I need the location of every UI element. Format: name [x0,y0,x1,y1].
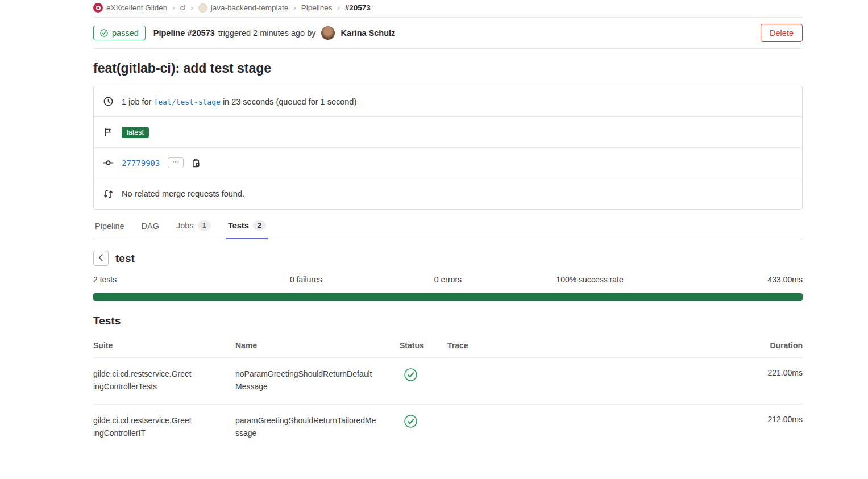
tests-table: Suite Name Status Trace Duration gilde.c… [93,333,803,451]
pipeline-page: eXXcellent Gilden › ci › java-backend-te… [93,0,803,451]
col-header-duration: Duration [729,341,803,350]
stat-errors: 0 errors [377,275,519,284]
back-button[interactable] [93,251,109,266]
tab-pipeline[interactable]: Pipeline [93,217,126,239]
success-progress-fill [93,293,803,301]
tab-tests[interactable]: Tests 2 [226,216,268,239]
table-row[interactable]: gilde.ci.cd.restservice.GreetingControll… [93,358,803,405]
flag-icon [102,128,114,137]
job-suffix: in 23 seconds (queued for 1 second) [223,97,356,106]
stat-success-rate: 100% success rate [519,275,661,284]
status-badge-label: passed [112,28,139,38]
page-title: feat(gitlab-ci): add test stage [93,61,803,76]
tab-jobs-label: Jobs [176,221,194,230]
col-header-trace: Trace [447,341,729,350]
pipeline-id: Pipeline #20573 [153,28,215,38]
breadcrumb-pipeline-id: #20573 [345,3,371,12]
stat-total-tests: 2 tests [93,275,235,284]
col-header-suite: Suite [93,341,235,350]
test-status-cell [400,415,447,430]
check-circle-icon [100,29,108,37]
no-merge-requests-text: No related merge requests found. [122,189,244,198]
commit-icon [102,157,114,168]
table-header-row: Suite Name Status Trace Duration [93,333,803,358]
status-badge[interactable]: passed [93,26,146,40]
test-duration: 212.00ms [729,415,803,424]
tests-count-badge: 2 [253,220,266,231]
chevron-right-icon: › [337,3,339,12]
test-duration: 221.00ms [729,368,803,377]
avatar[interactable] [321,26,335,40]
suite-title: test [115,252,135,265]
breadcrumb-project[interactable]: java-backend-template [198,3,289,13]
chevron-left-icon [98,254,103,261]
breadcrumb: eXXcellent Gilden › ci › java-backend-te… [93,0,803,18]
breadcrumb-group[interactable]: eXXcellent Gilden [93,3,167,13]
job-prefix: 1 job for [122,97,151,106]
suite-stats-row: 2 tests 0 failures 0 errors 100% success… [93,275,803,284]
test-suite-name: gilde.ci.cd.restservice.GreetingControll… [93,415,193,439]
delete-button[interactable]: Delete [761,24,803,42]
copy-sha-button[interactable] [192,159,201,168]
col-header-name: Name [235,341,400,350]
jobs-count-badge: 1 [198,220,211,231]
pipeline-flags-row: latest [94,117,802,148]
latest-badge: latest [122,127,149,138]
branch-link[interactable]: feat/test-stage [153,98,220,106]
test-case-name: paramGreetingShouldReturnTailoredMessage [235,415,376,439]
tab-dag[interactable]: DAG [140,217,161,239]
user-name[interactable]: Karina Schulz [340,28,395,38]
breadcrumb-subgroup-label: ci [180,3,186,12]
merge-request-row: No related merge requests found. [94,178,802,209]
success-progress-bar [93,293,803,301]
pipeline-tabs: Pipeline DAG Jobs 1 Tests 2 [93,216,803,239]
test-case-name: noParamGreetingShouldReturnDefaultMessag… [235,368,376,393]
test-suite-header: test [93,251,803,266]
breadcrumb-pipelines[interactable]: Pipelines [301,3,333,12]
tab-tests-label: Tests [228,221,249,230]
test-suite-name: gilde.ci.cd.restservice.GreetingControll… [93,368,193,393]
tab-jobs[interactable]: Jobs 1 [175,216,213,239]
breadcrumb-project-label: java-backend-template [211,3,289,12]
stat-failures: 0 failures [235,275,377,284]
project-avatar-icon [198,3,207,13]
breadcrumb-subgroup[interactable]: ci [180,3,186,12]
pipeline-info-card: 1 job for feat/test-stage in 23 seconds … [93,86,803,210]
chevron-right-icon: › [190,3,193,12]
commit-sha-link[interactable]: 27779903 [122,159,160,168]
group-avatar-icon [93,3,103,13]
merge-request-arrows-icon [102,189,114,199]
col-header-status: Status [400,341,447,350]
tab-dag-label: DAG [142,222,159,231]
check-circle-icon [404,415,417,428]
pipeline-trigger-info: Pipeline #20573 triggered 2 minutes ago … [153,26,396,40]
chevron-right-icon: › [293,3,296,12]
test-status-cell [400,368,447,384]
commit-row: 27779903 ⋯ [94,148,802,178]
job-summary-text: 1 job for feat/test-stage in 23 seconds … [122,97,356,106]
pipeline-status-bar: passed Pipeline #20573 triggered 2 minut… [93,18,803,49]
tab-pipeline-label: Pipeline [95,222,124,231]
breadcrumb-group-label: eXXcellent Gilden [106,3,167,12]
clipboard-icon [192,159,201,168]
breadcrumb-pipelines-label: Pipelines [301,3,333,12]
job-duration-row: 1 job for feat/test-stage in 23 seconds … [94,86,802,117]
expand-commit-button[interactable]: ⋯ [168,157,184,168]
chevron-right-icon: › [172,3,175,12]
clock-icon [102,97,114,106]
stat-duration: 433.00ms [661,275,803,284]
triggered-text: triggered 2 minutes ago by [218,28,316,38]
tests-section-heading: Tests [93,315,803,327]
check-circle-icon [404,368,417,381]
table-row[interactable]: gilde.ci.cd.restservice.GreetingControll… [93,405,803,451]
